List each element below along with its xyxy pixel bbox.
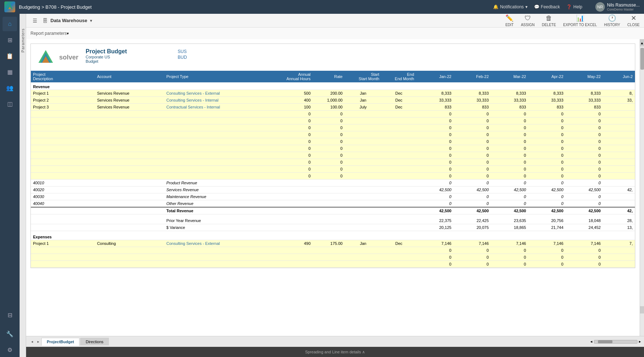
cell-project-type[interactable]: Consulting Services - External bbox=[164, 240, 271, 247]
user-profile[interactable]: NR Nils Rasmusse... CoreDemo Master bbox=[595, 2, 640, 12]
top-toolbar: ☰ 🗄 Data Warehouse ▾ ✏️ EDIT 🛡 ASSIGN 🗑 … bbox=[26, 14, 644, 28]
table-row: 0000000 bbox=[31, 152, 635, 159]
sidebar-item-filter[interactable]: ⊟ bbox=[3, 308, 17, 322]
warehouse-icon: 🗄 bbox=[42, 18, 48, 24]
table-row: 0000000 bbox=[31, 166, 635, 173]
cell-account: Consulting bbox=[95, 240, 164, 247]
col-project: Project Description bbox=[31, 71, 95, 82]
col-apr22: Apr-22 bbox=[528, 71, 566, 82]
col-feb22: Feb-22 bbox=[454, 71, 491, 82]
left-sidebar: ⌂ ⊞ 📋 ▦ 👥 ◫ ⊟ 🔧 ⚙ bbox=[0, 14, 20, 357]
close-button[interactable]: ✕ CLOSE bbox=[627, 14, 640, 27]
cell-project: Project 1 bbox=[31, 240, 95, 247]
meta1: SUS bbox=[178, 49, 187, 54]
cell-mar: 833 bbox=[491, 104, 528, 111]
cell-annual-hours: 100 bbox=[271, 104, 313, 111]
export-button[interactable]: 📊 EXPORT TO EXCEL bbox=[563, 14, 597, 27]
feedback-button[interactable]: 💬 Feedback bbox=[534, 4, 560, 9]
nav-actions: 🔔 Notifications ▾ 💬 Feedback ❓ Help NR N… bbox=[493, 2, 640, 12]
budget-report: solver Project Budget Corporate US Budge… bbox=[30, 44, 635, 268]
cell-feb: 33,333 bbox=[454, 97, 491, 104]
table-row: 00000 bbox=[31, 260, 635, 267]
cell-jan: 833 bbox=[416, 104, 454, 111]
sidebar-item-reports[interactable]: 📋 bbox=[3, 49, 17, 63]
tab-directions[interactable]: Directions bbox=[80, 338, 109, 345]
sidebar-item-tools[interactable]: 🔧 bbox=[3, 327, 17, 341]
cell-project: Project 2 bbox=[31, 97, 95, 104]
breadcrumb: Budgeting > B708 - Project Budget bbox=[19, 4, 493, 10]
report-params-label: Report parameters bbox=[30, 31, 67, 36]
user-name: Nils Rasmusse... bbox=[607, 3, 640, 8]
notifications-button[interactable]: 🔔 Notifications ▾ bbox=[493, 4, 527, 9]
cell-project-type[interactable]: Consulting Services - External bbox=[164, 90, 271, 97]
tab-project-budget[interactable]: ProjectBudget bbox=[41, 338, 79, 346]
edit-icon: ✏️ bbox=[505, 14, 513, 22]
cell-end-month: Dec bbox=[381, 90, 416, 97]
toggle-button[interactable]: ☰ bbox=[30, 17, 40, 24]
cell-project-type[interactable]: Contractual Services - Internal bbox=[164, 104, 271, 111]
table-row: Project 2 Services Revenue Consulting Se… bbox=[31, 97, 635, 104]
sidebar-item-data[interactable]: ◫ bbox=[3, 97, 17, 111]
hscroll-left-button[interactable]: ◂ bbox=[590, 339, 592, 344]
revenue-section-header: Revenue bbox=[31, 82, 635, 90]
cell-jan: 33,333 bbox=[416, 97, 454, 104]
report-scroll-container: solver Project Budget Corporate US Budge… bbox=[26, 39, 644, 336]
edit-button[interactable]: ✏️ EDIT bbox=[505, 14, 514, 27]
assign-button[interactable]: 🛡 ASSIGN bbox=[521, 15, 535, 27]
cell-account: Services Revenue bbox=[95, 97, 164, 104]
cell-jan: 8,333 bbox=[416, 90, 454, 97]
sidebar-item-home[interactable]: ⌂ bbox=[3, 17, 17, 31]
col-account: Account bbox=[95, 71, 164, 82]
col-rate: Rate bbox=[313, 71, 345, 82]
delete-button[interactable]: 🗑 DELETE bbox=[542, 15, 556, 27]
scroll-thumb[interactable] bbox=[640, 48, 644, 70]
cell-mar: 8,333 bbox=[491, 90, 528, 97]
sidebar-item-users[interactable]: 👥 bbox=[3, 81, 17, 95]
table-row: 0000000 bbox=[31, 173, 635, 180]
scroll-down-button[interactable]: ▼ bbox=[640, 306, 644, 313]
report-parameters-bar: Report parameters ▾ bbox=[26, 28, 644, 39]
cell-apr: 833 bbox=[528, 104, 566, 111]
help-button[interactable]: ❓ Help bbox=[566, 4, 582, 9]
scroll-up-button[interactable]: ▲ bbox=[640, 39, 644, 46]
vertical-scrollbar[interactable]: ▲ ▼ bbox=[640, 39, 644, 336]
cell-account: Services Revenue bbox=[95, 90, 164, 97]
sidebar-item-settings[interactable]: ⚙ bbox=[3, 342, 17, 357]
meta2: BUD bbox=[178, 55, 187, 60]
col-mar22: Mar-22 bbox=[491, 71, 528, 82]
history-button[interactable]: 🕐 HISTORY bbox=[604, 14, 620, 27]
app-logo bbox=[4, 1, 15, 12]
cell-apr: 8,333 bbox=[528, 90, 566, 97]
tab-next-button[interactable]: ▸ bbox=[35, 339, 41, 344]
assign-icon: 🛡 bbox=[525, 15, 531, 22]
horizontal-scrollbar-area: ◂ ▸ bbox=[590, 339, 641, 344]
cell-end-month: Dec bbox=[381, 104, 416, 111]
cell-end-month: Dec bbox=[381, 97, 416, 104]
help-icon: ❓ bbox=[566, 4, 572, 9]
user-role: CoreDemo Master bbox=[607, 8, 640, 11]
bottom-bar[interactable]: Spreading and Line item details ∧ bbox=[26, 347, 644, 357]
warehouse-dropdown-icon[interactable]: ▾ bbox=[90, 18, 92, 23]
subtotal-row-40020: 40020 Services Revenue 42,500 42,500 42,… bbox=[31, 186, 635, 193]
report-wrapper: solver Project Budget Corporate US Budge… bbox=[26, 39, 640, 272]
report-header: solver Project Budget Corporate US Budge… bbox=[31, 44, 635, 71]
col-end-month: End End Month bbox=[381, 71, 416, 82]
delete-icon: 🗑 bbox=[546, 15, 552, 22]
sidebar-item-dashboard[interactable]: ⊞ bbox=[3, 33, 17, 47]
hscroll-right-button[interactable]: ▸ bbox=[639, 339, 641, 344]
table-row: 00000 bbox=[31, 247, 635, 254]
expenses-section-header: Expenses bbox=[31, 231, 635, 240]
feedback-icon: 💬 bbox=[534, 4, 540, 9]
cell-rate: 175.00 bbox=[313, 240, 345, 247]
table-row: Project 1 Consulting Consulting Services… bbox=[31, 240, 635, 247]
cell-jun: 7, bbox=[603, 240, 635, 247]
horizontal-scroll-track[interactable] bbox=[594, 340, 637, 344]
cell-project-type[interactable]: Consulting Services - Internal bbox=[164, 97, 271, 104]
cell-rate: 200.00 bbox=[313, 90, 345, 97]
cell-annual-hours: 490 bbox=[271, 240, 313, 247]
report-params-dropdown[interactable]: ▾ bbox=[67, 31, 69, 36]
main-layout: ⌂ ⊞ 📋 ▦ 👥 ◫ ⊟ 🔧 ⚙ Parameters ☰ 🗄 Data Wa… bbox=[0, 14, 644, 357]
tab-prev-button[interactable]: ◂ bbox=[29, 339, 35, 344]
sidebar-item-budget[interactable]: ▦ bbox=[3, 65, 17, 79]
horizontal-scroll-thumb[interactable] bbox=[598, 340, 612, 343]
